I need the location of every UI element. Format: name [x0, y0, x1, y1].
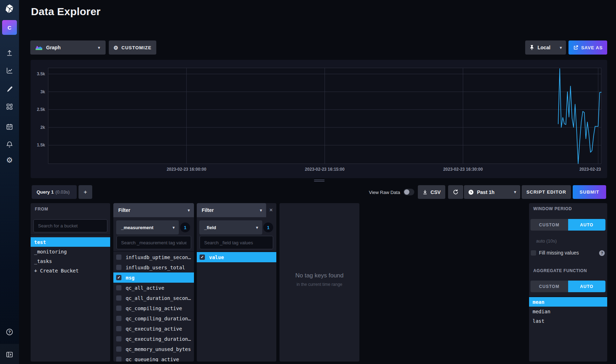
- field-list: ✓value: [197, 252, 276, 262]
- window-period-title: WINDOW PERIOD: [533, 206, 572, 211]
- resize-drag-handle[interactable]: [314, 180, 325, 182]
- chart-panel: 3.5k3k2.5k2k1.5k2023-02-23 16:00:002023-…: [31, 60, 607, 178]
- toggle-knob: [404, 189, 409, 195]
- aggregate-function-item[interactable]: last: [529, 316, 607, 326]
- time-range-label: Past 1h: [477, 189, 495, 195]
- auto-option[interactable]: AUTO: [568, 281, 606, 292]
- sidebar-toggle-icon[interactable]: [6, 351, 13, 358]
- save-as-button[interactable]: SAVE AS: [568, 40, 607, 55]
- svg-text:2023-02-23: 2023-02-23: [579, 167, 601, 172]
- influxdata-logo-icon[interactable]: [5, 4, 14, 14]
- selected-count-badge: 1: [263, 222, 273, 232]
- field-item[interactable]: ✓value: [197, 252, 276, 262]
- checkbox[interactable]: [116, 295, 121, 301]
- checkbox[interactable]: [116, 336, 121, 341]
- org-avatar[interactable]: C: [2, 20, 17, 35]
- tag-key-dropdown[interactable]: _field ▾: [199, 220, 262, 234]
- measurement-item[interactable]: qc_compiling_active: [113, 303, 194, 313]
- measurement-item[interactable]: ✓msg: [113, 272, 194, 283]
- tag-key-dropdown[interactable]: _measurement ▾: [116, 220, 179, 234]
- measurement-item-label: influxdb_uptime_secon…: [126, 255, 191, 260]
- time-range-dropdown[interactable]: Past 1h ▾: [464, 185, 520, 199]
- checkbox[interactable]: ✓: [116, 275, 121, 280]
- script-editor-button[interactable]: SCRIPT EDITOR: [522, 185, 571, 199]
- field-item-label: value: [209, 255, 224, 260]
- view-raw-data-toggle[interactable]: [403, 189, 414, 195]
- query-tab[interactable]: Query 1 (0.03s): [32, 185, 77, 199]
- submit-button[interactable]: SUBMIT: [573, 185, 606, 199]
- measurement-item-label: qc_all_duration_secon…: [126, 295, 191, 301]
- measurement-item-label: qc_memory_unused_bytes: [126, 346, 191, 352]
- time-zone-dropdown[interactable]: Local ▾: [525, 40, 566, 55]
- filter-type-dropdown[interactable]: Filter ▾: [113, 203, 194, 217]
- help-icon[interactable]: ?: [6, 328, 13, 336]
- custom-option[interactable]: CUSTOM: [530, 219, 568, 231]
- measurement-item[interactable]: qc_executing_duration…: [113, 334, 194, 344]
- svg-text:2023-02-23 16:00:00: 2023-02-23 16:00:00: [166, 167, 206, 172]
- bucket-list: test_monitoring_tasks+ Create Bucket: [31, 237, 110, 275]
- upload-icon[interactable]: [6, 49, 13, 57]
- bucket-item[interactable]: + Create Bucket: [31, 266, 110, 275]
- dashboards-icon[interactable]: [6, 103, 13, 111]
- custom-option[interactable]: CUSTOM: [530, 281, 568, 292]
- bucket-search-input[interactable]: [33, 219, 107, 232]
- add-query-button[interactable]: +: [78, 185, 92, 199]
- checkbox[interactable]: [116, 316, 121, 321]
- refresh-button[interactable]: [448, 185, 463, 199]
- measurement-item[interactable]: qc_all_active: [113, 283, 194, 293]
- measurement-item[interactable]: qc_memory_unused_bytes: [113, 344, 194, 354]
- settings-gear-icon[interactable]: ⚙: [6, 156, 13, 164]
- checkbox[interactable]: [116, 306, 121, 311]
- checkbox[interactable]: [116, 357, 121, 362]
- caret-down-icon: ▾: [188, 208, 190, 213]
- query-duration: (0.03s): [55, 189, 69, 195]
- tasks-calendar-icon[interactable]: [6, 123, 13, 131]
- measurement-item[interactable]: influxdb_uptime_secon…: [113, 252, 194, 262]
- svg-text:2k: 2k: [40, 125, 45, 130]
- time-series-line-chart[interactable]: 3.5k3k2.5k2k1.5k2023-02-23 16:00:002023-…: [31, 60, 607, 178]
- bucket-item[interactable]: test: [31, 237, 110, 247]
- checkbox[interactable]: [116, 346, 121, 352]
- refresh-icon: [453, 189, 459, 195]
- caret-down-icon: ▾: [260, 208, 262, 213]
- checkbox[interactable]: ✓: [200, 255, 205, 260]
- csv-label: CSV: [430, 189, 441, 195]
- measurement-item[interactable]: qc_executing_active: [113, 324, 194, 334]
- data-explorer-graph-icon[interactable]: [6, 67, 13, 74]
- checkbox[interactable]: [116, 326, 121, 331]
- measurement-list: influxdb_uptime_secon…influxdb_users_tot…: [113, 252, 194, 362]
- customize-button[interactable]: ⚙ CUSTOMIZE: [109, 40, 156, 55]
- measurement-search-input[interactable]: [117, 236, 191, 249]
- field-search-input[interactable]: [200, 236, 273, 249]
- measurement-item[interactable]: qc_queueing_active: [113, 354, 194, 362]
- aggregate-function-item[interactable]: median: [529, 307, 607, 316]
- auto-option[interactable]: AUTO: [568, 219, 606, 231]
- checkbox[interactable]: [116, 285, 121, 290]
- measurement-item[interactable]: qc_compiling_duration…: [113, 313, 194, 324]
- bucket-item-label: test: [34, 239, 46, 245]
- svg-text:2023-02-23 16:30:00: 2023-02-23 16:30:00: [443, 167, 483, 172]
- measurement-item[interactable]: qc_all_duration_secon…: [113, 293, 194, 303]
- script-editor-label: SCRIPT EDITOR: [526, 189, 566, 195]
- fill-missing-values-checkbox[interactable]: [531, 250, 536, 256]
- caret-down-icon: ▾: [514, 190, 516, 194]
- query-tab-label: Query 1: [37, 189, 54, 195]
- bucket-item[interactable]: _monitoring: [31, 247, 110, 256]
- divider: [113, 251, 194, 252]
- download-csv-button[interactable]: CSV: [418, 185, 445, 199]
- close-icon[interactable]: ×: [268, 207, 274, 213]
- window-period-panel: WINDOW PERIOD CUSTOM AUTO auto (10s) Fil…: [529, 203, 607, 362]
- checkbox[interactable]: [116, 255, 121, 260]
- question-mark-icon[interactable]: ?: [599, 250, 605, 256]
- caret-down-icon: ▾: [256, 225, 258, 230]
- visualization-type-dropdown[interactable]: Graph ▾: [30, 40, 106, 55]
- view-raw-data-label: View Raw Data: [369, 190, 400, 195]
- checkbox[interactable]: [116, 265, 121, 270]
- notebooks-pencil-icon[interactable]: [6, 85, 13, 93]
- measurement-item[interactable]: influxdb_users_total: [113, 262, 194, 272]
- bucket-item[interactable]: _tasks: [31, 256, 110, 266]
- aggregate-function-item[interactable]: mean: [529, 297, 607, 307]
- measurement-item-label: msg: [126, 275, 134, 281]
- filter-type-dropdown[interactable]: Filter ▾: [197, 203, 266, 217]
- alerts-bell-icon[interactable]: [6, 140, 13, 148]
